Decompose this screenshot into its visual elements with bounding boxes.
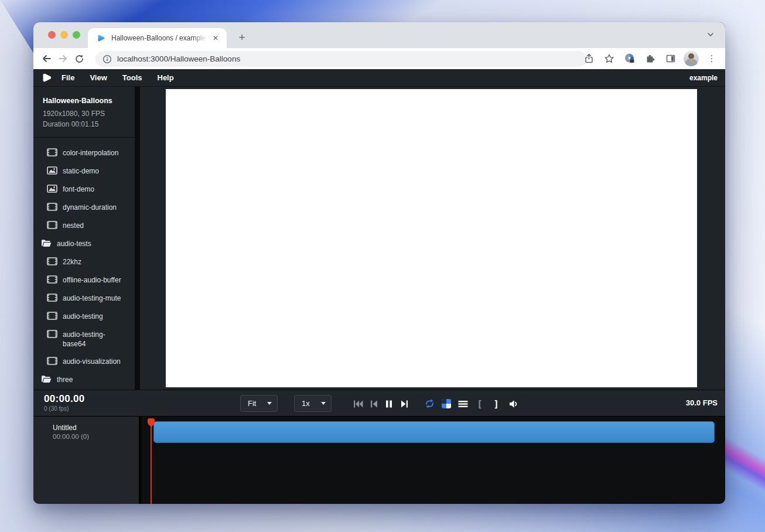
menu-item-help[interactable]: Help bbox=[158, 73, 174, 82]
folder-open-icon bbox=[41, 239, 52, 247]
sidebar-item-audio-visualization[interactable]: audio-visualization bbox=[33, 353, 135, 371]
tab-close-icon[interactable]: ✕ bbox=[210, 33, 221, 43]
film-icon bbox=[47, 257, 57, 265]
checkerboard-icon bbox=[442, 399, 451, 408]
remotion-favicon bbox=[96, 33, 105, 43]
menu-item-view[interactable]: View bbox=[90, 73, 107, 82]
composition-list: color-interpolationstatic-demofont-demod… bbox=[33, 138, 135, 389]
composition-title: Halloween-Balloons bbox=[43, 97, 127, 105]
timeline-area: Untitled 00:00.00 (0) bbox=[33, 417, 725, 504]
size-select[interactable]: Fit bbox=[240, 395, 278, 412]
film-icon bbox=[47, 330, 57, 338]
bookmark-star-icon[interactable] bbox=[602, 51, 617, 66]
film-icon bbox=[47, 148, 57, 156]
reload-button[interactable] bbox=[71, 50, 87, 67]
playback-speed-value: 1x bbox=[302, 399, 321, 408]
sidebar-item-color-interpolation[interactable]: color-interpolation bbox=[33, 144, 135, 162]
app-menu-bar: FileViewToolsHelp example bbox=[33, 69, 725, 87]
playback-speed-select[interactable]: 1x bbox=[294, 395, 332, 412]
track-name: Untitled bbox=[53, 424, 133, 432]
app-menu-items: FileViewToolsHelp bbox=[62, 73, 189, 82]
compositions-sidebar: Halloween-Balloons 1920x1080, 30 FPS Dur… bbox=[33, 87, 135, 390]
sidebar-item-nested[interactable]: nested bbox=[33, 217, 135, 235]
playhead-marker-icon[interactable] bbox=[146, 418, 156, 428]
previous-frame-button[interactable] bbox=[367, 397, 381, 410]
player-controls-bar: 00:00.00 0 (30 fps) Fit 1x bbox=[33, 390, 725, 417]
transparency-checkerboard-button[interactable] bbox=[439, 397, 453, 410]
sidebar-item-offline-audio-buffer[interactable]: offline-audio-buffer bbox=[33, 271, 135, 289]
track-timecode: 00:00.00 (0) bbox=[53, 433, 133, 440]
side-panel-icon[interactable] bbox=[663, 51, 678, 66]
sidebar-item-label: offline-audio-buffer bbox=[63, 275, 121, 285]
browser-window: Halloween-Balloons / example ✕ + localho… bbox=[33, 22, 725, 504]
film-icon bbox=[47, 275, 57, 284]
sidebar-item-label: audio-testing-mute bbox=[63, 294, 121, 303]
toolbar-right-icons: ⋮ bbox=[581, 48, 719, 69]
composition-info: Halloween-Balloons 1920x1080, 30 FPS Dur… bbox=[33, 87, 135, 138]
traffic-lights bbox=[48, 31, 80, 39]
sidebar-item-label: nested bbox=[63, 221, 84, 230]
extension-lock-icon[interactable] bbox=[622, 51, 637, 66]
menu-item-file[interactable]: File bbox=[62, 73, 74, 82]
menu-item-tools[interactable]: Tools bbox=[122, 73, 142, 82]
zoom-window-button[interactable] bbox=[73, 31, 80, 39]
sidebar-item-static-demo[interactable]: static-demo bbox=[33, 162, 135, 180]
profile-avatar[interactable] bbox=[684, 51, 699, 66]
fps-display: 30.0 FPS bbox=[686, 398, 718, 407]
film-icon bbox=[47, 357, 57, 365]
sidebar-item-22khz[interactable]: 22khz bbox=[33, 253, 135, 271]
extensions-puzzle-icon[interactable] bbox=[643, 51, 658, 66]
props-editor-label[interactable]: example bbox=[689, 74, 718, 82]
sidebar-item-dynamic-duration[interactable]: dynamic-duration bbox=[33, 199, 135, 217]
playhead-line[interactable] bbox=[151, 418, 152, 504]
still-image-icon bbox=[47, 166, 57, 175]
timeline-track-area[interactable] bbox=[141, 417, 725, 504]
sidebar-item-label: static-demo bbox=[63, 166, 99, 176]
sidebar-divider[interactable] bbox=[135, 87, 140, 390]
url-bar[interactable]: localhost:3000/Halloween-Balloons bbox=[95, 51, 586, 67]
back-button[interactable] bbox=[38, 50, 54, 67]
loop-toggle-button[interactable] bbox=[422, 397, 436, 410]
sidebar-item-audio-testing[interactable]: audio-testing bbox=[33, 308, 135, 326]
chevron-down-icon bbox=[321, 402, 326, 405]
timeline-track-header: Untitled 00:00.00 (0) bbox=[33, 417, 139, 504]
film-icon bbox=[47, 312, 57, 320]
site-info-icon[interactable] bbox=[103, 54, 112, 64]
minimize-window-button[interactable] bbox=[60, 31, 68, 39]
forward-button[interactable] bbox=[54, 50, 71, 67]
sidebar-item-audio-testing-mute[interactable]: audio-testing-mute bbox=[33, 289, 135, 308]
sidebar-item-label: audio-testing bbox=[63, 312, 103, 321]
sidebar-folder-three[interactable]: three bbox=[33, 371, 135, 389]
pause-button[interactable] bbox=[382, 397, 396, 410]
chevron-down-icon bbox=[267, 402, 272, 405]
volume-button[interactable] bbox=[507, 397, 521, 410]
preview-canvas bbox=[166, 89, 697, 387]
share-icon[interactable] bbox=[581, 51, 596, 66]
preview-area bbox=[140, 87, 725, 390]
new-tab-button[interactable]: + bbox=[234, 29, 250, 46]
sidebar-item-audio-testing-base64[interactable]: audio-testing-base64 bbox=[33, 326, 135, 353]
current-timecode: 00:00.00 bbox=[44, 393, 85, 405]
tab-search-chevron-icon[interactable] bbox=[706, 30, 715, 39]
timeline-sequence-bar[interactable] bbox=[153, 421, 715, 443]
close-window-button[interactable] bbox=[48, 31, 56, 39]
sidebar-item-font-demo[interactable]: font-demo bbox=[33, 180, 135, 199]
browser-menu-icon[interactable]: ⋮ bbox=[704, 51, 719, 66]
browser-toolbar: localhost:3000/Halloween-Balloons bbox=[33, 48, 725, 69]
film-icon bbox=[47, 221, 57, 229]
sidebar-folder-audio-tests[interactable]: audio-tests bbox=[33, 235, 135, 253]
in-point-button[interactable]: [ bbox=[473, 397, 487, 410]
skip-to-start-button[interactable] bbox=[351, 397, 365, 410]
tab-strip: Halloween-Balloons / example ✕ + bbox=[33, 22, 725, 48]
avatar-shirt bbox=[691, 59, 692, 62]
next-frame-button[interactable] bbox=[397, 397, 411, 410]
sidebar-item-label: three bbox=[57, 375, 73, 384]
remotion-logo-icon[interactable] bbox=[42, 73, 52, 83]
browser-tab[interactable]: Halloween-Balloons / example ✕ bbox=[88, 28, 227, 48]
sidebar-item-label: font-demo bbox=[63, 185, 94, 194]
tab-title: Halloween-Balloons / example bbox=[111, 34, 207, 42]
timeline-tracks-button[interactable] bbox=[456, 397, 470, 410]
main-area: Halloween-Balloons 1920x1080, 30 FPS Dur… bbox=[33, 87, 725, 390]
out-point-button[interactable]: ] bbox=[489, 397, 503, 410]
sidebar-item-label: 22khz bbox=[63, 257, 81, 267]
